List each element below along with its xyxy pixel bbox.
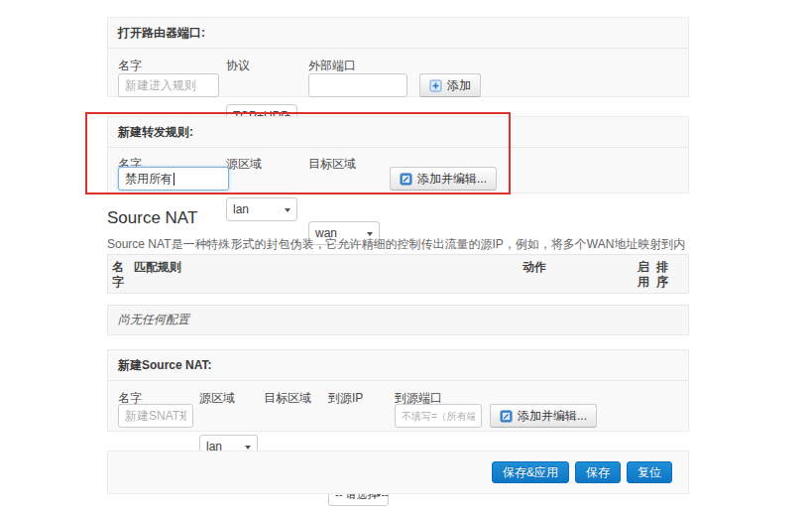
content-area: 打开路由器端口: 名字 协议 外部端口 TCP+UDP 添加 新建转发规则: 名… [107, 0, 689, 515]
section-new-snat: 新建Source NAT: 名字 源区域 目标区域 到源IP 到源端口 lan … [107, 349, 689, 432]
snat-toip-label: 到源IP [328, 390, 363, 407]
add-edit-forward-label: 添加并编辑... [417, 171, 487, 188]
source-nat-table-header: 名字 匹配规则 动作 启用 排序 [107, 254, 689, 294]
new-snat-legend: 新建Source NAT: [108, 350, 688, 381]
edit-icon [400, 173, 412, 186]
source-nat-title: Source NAT [107, 208, 197, 228]
add-edit-snat-label: 添加并编辑... [518, 408, 587, 425]
th-action: 动作 [522, 260, 546, 275]
add-rule-label: 添加 [447, 77, 471, 94]
snat-srczone-label: 源区域 [199, 390, 235, 407]
empty-config-text: 尚无任何配置 [118, 312, 189, 328]
save-button[interactable]: 保存 [575, 461, 621, 483]
srczone-select-value: lan [233, 202, 249, 216]
th-sort: 排序 [656, 260, 670, 290]
th-name: 名字 [112, 260, 126, 290]
new-forward-legend: 新建转发规则: [108, 117, 688, 148]
firewall-settings-page: 打开路由器端口: 名字 协议 外部端口 TCP+UDP 添加 新建转发规则: 名… [0, 0, 812, 515]
section-open-ports: 打开路由器端口: 名字 协议 外部端口 TCP+UDP 添加 [107, 17, 689, 97]
section-new-forward: 新建转发规则: 名字 源区域 目标区域 禁用所有 lan wan [107, 116, 689, 193]
chevron-down-icon [285, 208, 290, 212]
open-ports-legend: 打开路由器端口: [108, 18, 688, 49]
chevron-down-icon [245, 446, 251, 450]
open-ports-protocol-label: 协议 [226, 58, 250, 74]
open-ports-name-label: 名字 [118, 58, 142, 74]
source-nat-empty-row: 尚无任何配置 [107, 305, 689, 335]
reset-button[interactable]: 复位 [627, 461, 672, 483]
open-ports-name-input[interactable] [118, 73, 219, 97]
open-ports-extport-label: 外部端口 [308, 58, 356, 74]
snat-dstzone-label: 目标区域 [264, 390, 311, 407]
th-match-rule: 匹配规则 [134, 260, 181, 275]
add-edit-forward-button[interactable]: 添加并编辑... [390, 167, 497, 191]
forward-srczone-label: 源区域 [226, 156, 262, 173]
save-apply-button[interactable]: 保存&应用 [492, 461, 569, 483]
forward-dstzone-label: 目标区域 [308, 156, 356, 173]
footer-action-bar: 保存&应用 保存 复位 [107, 451, 689, 494]
add-rule-button[interactable]: 添加 [419, 73, 481, 97]
forward-name-input[interactable]: 禁用所有 [118, 167, 229, 191]
open-ports-extport-input[interactable] [308, 73, 407, 97]
forward-name-value: 禁用所有 [125, 171, 173, 188]
snat-toport-input[interactable] [395, 404, 482, 428]
forward-srczone-select[interactable]: lan [226, 197, 297, 221]
edit-icon [500, 410, 513, 423]
add-icon [429, 79, 442, 92]
snat-name-input[interactable] [118, 404, 193, 428]
add-edit-snat-button[interactable]: 添加并编辑... [490, 404, 597, 428]
th-enable: 启用 [638, 260, 651, 290]
text-cursor [174, 173, 174, 186]
